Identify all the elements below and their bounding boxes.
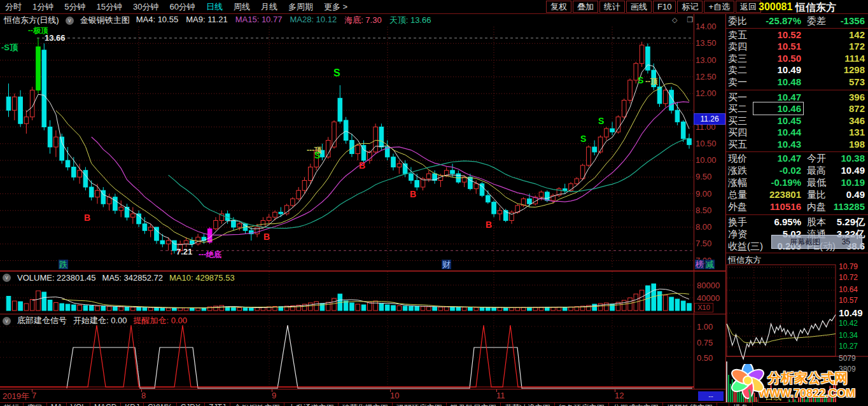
- bottom-tab-红色顶底主图[interactable]: 红色顶底主图: [555, 402, 609, 406]
- watermark-site-name: 分析家公式网: [767, 369, 848, 387]
- month-label-8: 8: [141, 391, 146, 400]
- price-axis-label: 8.00: [696, 222, 724, 232]
- quote-row-涨幅[interactable]: 涨幅-0.19%最低10.19: [726, 177, 867, 188]
- mini-chart-title: 恒信东方: [728, 255, 761, 266]
- collapse-icon[interactable]: v: [66, 17, 74, 25]
- bottom-tab-破茧化蝶主图[interactable]: 破茧化蝶主图: [339, 402, 393, 406]
- chart-corner-icons[interactable]: ◇ ❒: [672, 16, 697, 24]
- toolbar-button-+自选[interactable]: +自选: [704, 1, 734, 13]
- period-tab-月线[interactable]: 月线: [261, 1, 277, 13]
- buy-row-买三[interactable]: 买三10.45346: [726, 115, 867, 127]
- price-axis-label: 9.50: [696, 172, 724, 181]
- quote-row-涨跌[interactable]: 涨跌-0.02最高10.49: [726, 165, 867, 176]
- toolbar-button-画线[interactable]: 画线: [626, 1, 652, 13]
- price-axis-label: 12.00: [696, 88, 724, 98]
- sell-row-卖四[interactable]: 卖四10.51172: [726, 41, 867, 52]
- bottom-tab-金银铜铁主图[interactable]: 金银铜铁主图: [230, 402, 284, 406]
- mini-axis-label: 10.72: [839, 273, 867, 282]
- bottom-tab-KDJ[interactable]: KDJ: [121, 402, 144, 406]
- bottom-tab-CYW%[interactable]: CYW%: [144, 402, 177, 406]
- toolbar-button-F10[interactable]: F10: [653, 1, 676, 13]
- sell-row-卖一[interactable]: 卖一10.48573: [726, 76, 867, 88]
- toolbar-button-叠加[interactable]: 叠加: [573, 1, 598, 13]
- mini-axis-label: 10.64: [839, 285, 867, 294]
- tooltip-text: 屏幕截图: [790, 237, 820, 246]
- ma-value: 海底: 7.30: [344, 15, 382, 26]
- bottom-tab-分期成本主图[interactable]: 分期成本主图: [609, 402, 663, 406]
- bottom-tab-CJDX[interactable]: CJDX: [177, 402, 205, 406]
- chart-title: 恒信东方(日线): [4, 15, 59, 26]
- ma-value: MA9: 11.21: [186, 15, 228, 26]
- price-axis-label: 7.00: [696, 256, 724, 265]
- period-tab-1分钟[interactable]: 1分钟: [32, 1, 53, 13]
- main-candlestick-chart[interactable]: [0, 14, 694, 272]
- indicator-axis-label: 0.75: [697, 338, 713, 347]
- indicator-header-value: 提醒加仓: 0.00: [134, 315, 188, 326]
- ma-value: 天顶: 13.66: [389, 15, 431, 26]
- price-axis-label: 13.00: [696, 55, 724, 65]
- bottom-tab-ZJTJ[interactable]: ZJTJ: [205, 402, 230, 406]
- bottom-tab-VOL[interactable]: VOL: [67, 402, 90, 406]
- mini-axis-label: 10.57: [839, 296, 867, 305]
- volume-axis-label: 40000: [697, 293, 720, 303]
- ma-values: MA4: 10.55MA9: 11.21MA15: 10.77MA28: 10.…: [136, 15, 431, 26]
- indicator-collapse-icon[interactable]: v: [3, 317, 11, 325]
- weibi-row[interactable]: 委比-25.87%委差-1356: [726, 15, 867, 27]
- scroll-indicator[interactable]: --: [698, 391, 724, 401]
- month-tick: [496, 389, 497, 392]
- stock-code: 300081: [759, 1, 792, 13]
- period-tab-15分钟[interactable]: 15分钟: [96, 1, 122, 13]
- toolbar-button-返回[interactable]: 返回: [736, 1, 761, 13]
- toolbar-button-复权[interactable]: 复权: [546, 1, 571, 13]
- bottom-tab-黄花冲浪主图[interactable]: 黄花冲浪主图: [501, 402, 555, 406]
- sell-row-卖二[interactable]: 卖二10.491298: [726, 64, 867, 76]
- ma-value: MA15: 10.77: [235, 15, 283, 26]
- month-tick: [615, 389, 615, 392]
- volume-values: VOLUME: 223801.45MA5: 342852.72MA10: 429…: [17, 273, 235, 283]
- quote-row-换手[interactable]: 换手6.95%股本5.29亿: [726, 216, 867, 228]
- bottom-tab-提醒铁律主图[interactable]: 提醒铁律主图: [663, 402, 717, 406]
- period-tab-30分钟[interactable]: 30分钟: [133, 1, 158, 13]
- sell-row-卖五[interactable]: 卖五10.52142: [726, 29, 867, 41]
- buy-row-买五[interactable]: 买五10.43198: [726, 139, 867, 150]
- watermark-site-url: WWW.70822.COM: [759, 387, 855, 400]
- screenshot-tooltip: 屏幕截图 35: [771, 235, 862, 249]
- period-tab-60分钟[interactable]: 60分钟: [169, 1, 195, 13]
- quote-row-现价[interactable]: 现价10.47今开10.38: [726, 153, 867, 164]
- period-tab-更多 >[interactable]: 更多 >: [324, 1, 347, 13]
- month-label-10: 10: [390, 391, 399, 400]
- quote-row-外盘[interactable]: 外盘110516内盘113285: [726, 201, 867, 213]
- period-tab-多周期[interactable]: 多周期: [288, 1, 313, 13]
- sell-row-卖三[interactable]: 卖三10.501114: [726, 53, 867, 64]
- bottom-tab-强弱顶底主图[interactable]: 强弱顶底主图: [393, 402, 447, 406]
- buy-row-买二[interactable]: 买二10.46872: [726, 103, 867, 115]
- mini-axis-label: 10.49: [839, 307, 867, 318]
- bottom-tab-▸[interactable]: ▸: [717, 402, 729, 406]
- bottom-tab-指标[interactable]: 指标: [0, 402, 24, 406]
- period-tab-5分钟[interactable]: 5分钟: [64, 1, 85, 13]
- quote-row-总量[interactable]: 总量223801量比0.49: [726, 189, 867, 200]
- buy-row-买四[interactable]: 买四10.44131: [726, 127, 867, 138]
- bottom-tab-窗口[interactable]: 窗口: [24, 402, 47, 406]
- period-tab-分时[interactable]: 分时: [5, 1, 22, 13]
- toolbar-button-统计[interactable]: 统计: [599, 1, 625, 13]
- toolbar-button-标记[interactable]: 标记: [677, 1, 703, 13]
- period-tab-日线[interactable]: 日线: [206, 1, 223, 13]
- bottom-tab-上升通道主图[interactable]: 上升通道主图: [284, 402, 339, 406]
- bottom-tab-MACD[interactable]: MACD: [90, 402, 121, 406]
- month-label-7: 7: [32, 391, 36, 400]
- volume-header: v VOLUME: 223801.45MA5: 342852.72MA10: 4…: [3, 272, 235, 283]
- volume-collapse-icon[interactable]: v: [3, 274, 11, 282]
- mini-axis-label: 10.79: [839, 262, 867, 271]
- month-tick: [272, 389, 272, 392]
- bottom-tab-视君盼日主图[interactable]: 视君盼日主图: [447, 402, 501, 406]
- site-watermark: 分析家公式网 WWW.70822.COM: [729, 363, 868, 405]
- period-tab-周线[interactable]: 周线: [234, 1, 250, 13]
- tooltip-value: 35: [842, 235, 850, 248]
- buy-row-买一[interactable]: 买一10.47396: [726, 92, 867, 103]
- volume-unit-label: X10: [694, 303, 713, 312]
- main-indicator-name[interactable]: 金银铜铁主图: [80, 15, 130, 26]
- volume-axis-label: 80000: [697, 281, 720, 290]
- bottom-tab-MA[interactable]: MA: [47, 402, 67, 406]
- price-axis-label: 13.50: [696, 38, 724, 48]
